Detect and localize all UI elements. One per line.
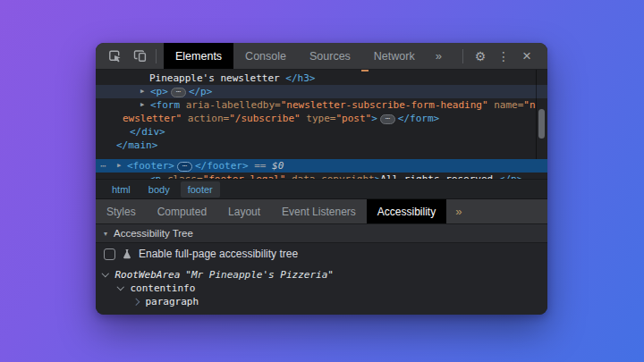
breadcrumb-body[interactable]: body [141,181,177,198]
more-sidebar-tabs-icon[interactable]: » [446,205,470,218]
scrollbar-track-edge [536,70,537,159]
expand-arrow-icon[interactable]: ▶ [140,85,144,98]
code-line-content: </div> [96,125,165,139]
code-token: name= [488,99,524,111]
device-toolbar-icon [133,49,147,63]
code-token: > [371,113,377,124]
code-line-content: <footer>⋯</footer> == $0 [96,159,284,173]
code-line-content: ewsletter" action="/subscribe" type="pos… [96,112,439,125]
code-token: == [249,160,273,172]
sidebar-tab-accessibility[interactable]: Accessibility [367,199,446,223]
a11y-name: "Mr Pineapple's Pizzeria" [185,268,334,282]
code-line[interactable]: ewsletter" action="/subscribe" type="pos… [96,112,547,125]
a11y-tree-row[interactable]: paragraph [96,295,547,308]
settings-gear-icon[interactable]: ⚙ [469,43,492,70]
devtools-window: ElementsConsoleSourcesNetwork » ⚙ ⋮ × Pi… [96,43,547,315]
chevron-right-icon[interactable] [132,299,140,306]
kebab-menu-icon[interactable]: ⋮ [492,43,515,70]
code-token: "n [523,99,535,111]
elements-dom-tree: Pineapple's newsletter </h3>▶<p>⋯</p>▶<f… [96,70,547,179]
a11y-role: contentinfo [131,282,196,295]
device-toolbar-icon[interactable] [132,49,147,63]
code-token: <p> [150,86,168,97]
code-token: </form> [398,113,439,124]
code-line[interactable]: ▶<p>⋯</p> [96,85,547,98]
code-token: ewsletter" [123,113,182,124]
code-line-content: </main> [96,139,157,152]
sidebar-tab-styles[interactable]: Styles [96,199,147,223]
line-menu-dots-icon[interactable]: ⋯ [100,159,107,173]
accessibility-tree: RootWebArea"Mr Pineapple's Pizzeria"cont… [96,265,547,315]
code-token: aria-labelledby= [180,99,281,111]
code-line[interactable]: ⋯▶<footer>⋯</footer> == $0 [96,159,547,173]
a11y-tree-row[interactable]: contentinfo [96,282,547,295]
scroll-marker [361,70,369,72]
code-line[interactable]: ▶<form aria-labelledby="newsletter-subsc… [96,98,547,112]
devtools-toolbar: ElementsConsoleSourcesNetwork » ⚙ ⋮ × [96,43,547,70]
enable-full-page-checkbox[interactable] [104,248,115,260]
code-line-content: Pineapple's newsletter </h3> [96,72,315,85]
scrollbar-thumb[interactable] [538,109,545,139]
inspect-element-icon[interactable] [107,49,122,63]
full-page-a11y-row: Enable full-page accessibility tree [96,243,547,265]
code-token: </footer> [195,160,249,172]
tab-elements[interactable]: Elements [164,43,233,69]
code-token: All rights reserved [380,173,498,179]
code-line-content: <p>⋯</p> [96,85,212,98]
chevron-down-icon[interactable] [102,270,109,277]
desktop-background: ElementsConsoleSourcesNetwork » ⚙ ⋮ × Pi… [0,0,644,362]
code-token: </div> [130,126,165,138]
code-token: <p [149,173,167,179]
code-line[interactable]: Pineapple's newsletter </h3> [96,72,547,85]
code-token: action= [182,113,229,124]
a11y-role: paragraph [146,295,199,308]
checkbox-label: Enable full-page accessibility tree [139,248,298,260]
code-token: </h3> [285,72,315,84]
code-token: $0 [272,160,284,172]
more-tabs-icon[interactable]: » [427,49,451,63]
chevron-down-icon[interactable] [117,283,124,290]
code-token: class= [167,173,203,179]
sidebar-tab-event-listeners[interactable]: Event Listeners [271,199,367,223]
a11y-role: RootWebArea [115,268,181,282]
expand-arrow-icon[interactable]: ▶ [117,159,121,173]
code-token: Pineapple's newsletter [149,72,285,84]
code-token: </main> [116,139,157,151]
collapsed-content-ellipsis-icon[interactable]: ⋯ [177,162,192,172]
sidebar-tab-layout[interactable]: Layout [217,199,271,223]
code-token: <footer> [127,160,174,172]
a11y-tree-row[interactable]: RootWebArea"Mr Pineapple's Pizzeria" [96,268,547,282]
toolbar-divider [156,49,157,63]
code-line[interactable]: </div> [96,125,547,139]
collapse-triangle-icon: ▾ [104,230,107,238]
sidebar-tabs: StylesComputedLayoutEvent ListenersAcces… [96,198,547,223]
code-token: "newsletter-subscribe-form-heading" [281,99,488,111]
accessibility-tree-section-header[interactable]: ▾ Accessibility Tree [96,223,547,243]
collapsed-content-ellipsis-icon[interactable]: ⋯ [171,88,186,97]
code-line-content: <form aria-labelledby="newsletter-subscr… [96,98,536,112]
section-title: Accessibility Tree [114,228,193,239]
close-icon[interactable]: × [515,43,538,70]
sidebar-tab-computed[interactable]: Computed [147,199,217,223]
experiment-flask-icon [122,248,132,259]
breadcrumb-footer[interactable]: footer [181,181,220,198]
code-token: </p> [499,173,523,179]
code-line-content: <p class="footer-legal" data-copyright>A… [96,173,522,179]
collapsed-content-ellipsis-icon[interactable]: ⋯ [380,114,395,124]
code-line[interactable]: <p class="footer-legal" data-copyright>A… [96,173,547,179]
code-token: "/subscribe" [229,113,300,124]
breadcrumb-html[interactable]: html [105,181,138,198]
expand-arrow-icon[interactable]: ▶ [140,98,144,112]
code-token: <form [150,99,180,111]
inspect-element-icon [108,49,122,63]
code-line[interactable]: </main> [96,139,547,152]
tab-sources[interactable]: Sources [298,43,362,69]
code-token: "footer-legal" [203,173,286,179]
main-tabs: ElementsConsoleSourcesNetwork [164,43,427,69]
tab-console[interactable]: Console [233,43,298,69]
toolbar-divider [462,49,463,63]
code-token: "post" [335,113,371,124]
code-token: </p> [189,86,213,97]
tab-network[interactable]: Network [362,43,427,69]
dom-breadcrumb-bar: htmlbodyfooter [96,179,547,198]
